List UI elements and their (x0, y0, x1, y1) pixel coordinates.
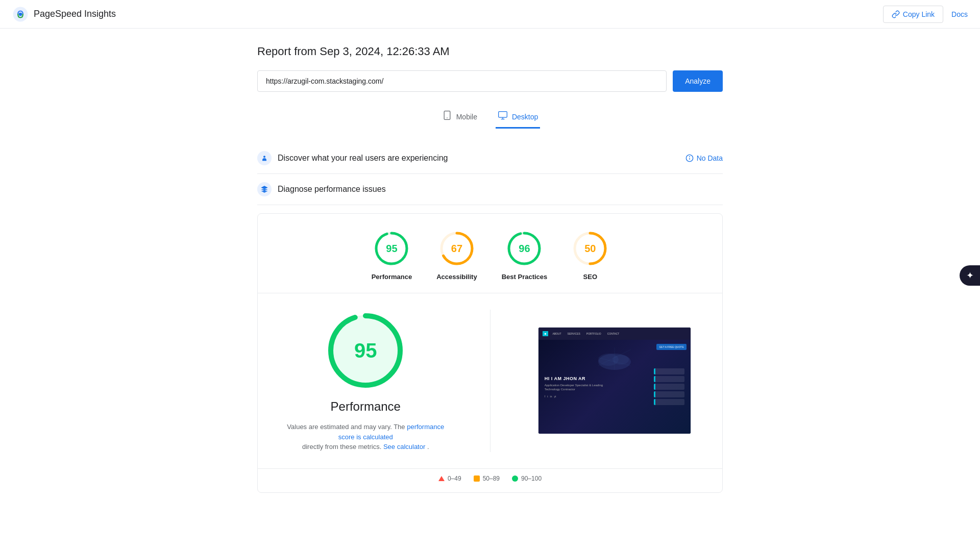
floating-assistant-button[interactable]: ✦ (960, 265, 980, 286)
no-data-button[interactable]: No Data (685, 154, 723, 162)
desktop-icon (498, 110, 508, 123)
screenshot-nav: ■ ABOUT SERVICES PORTFOLIO CONTACT (538, 328, 691, 340)
main-content: Report from Sep 3, 2024, 12:26:33 AM Ana… (245, 29, 735, 509)
note-mid: directly from these metrics. (302, 443, 381, 450)
copy-link-label: Copy Link (903, 10, 935, 18)
score-value-performance: 95 (386, 243, 397, 255)
svg-point-1 (19, 12, 22, 15)
assistant-icon: ✦ (966, 270, 974, 281)
real-users-title: Discover what your real users are experi… (278, 154, 448, 163)
legend-triangle-icon (438, 476, 445, 481)
diagnose-title: Diagnose performance issues (278, 185, 386, 194)
legend-average: 50–89 (474, 475, 500, 482)
score-value-best-practices: 96 (519, 243, 530, 255)
large-score-circle: 95 (325, 310, 406, 391)
screenshot-subtext: Application Developer Specialist & Leadi… (545, 383, 603, 392)
screenshot-body: HI I AM JHON AR Application Developer Sp… (538, 340, 691, 434)
scores-card: 95 Performance 67 Accessibility (257, 213, 723, 493)
calculator-link[interactable]: See calculator (383, 443, 425, 450)
screenshot-nav-item-4: CONTACT (605, 331, 622, 336)
legend-average-range: 50–89 (483, 475, 500, 482)
app-title: PageSpeed Insights (34, 9, 116, 19)
score-circle-seo: 50 (572, 230, 608, 267)
score-circle-best-practices: 96 (506, 230, 543, 267)
tab-mobile[interactable]: Mobile (440, 106, 479, 129)
score-circle-performance: 95 (373, 230, 410, 267)
large-score-right: ■ ABOUT SERVICES PORTFOLIO CONTACT (519, 310, 710, 452)
score-accessibility[interactable]: 67 Accessibility (436, 230, 477, 281)
section-header-left: Discover what your real users are experi… (257, 151, 448, 165)
large-score-section: 95 Performance Values are estimated and … (258, 293, 722, 468)
scores-row: 95 Performance 67 Accessibility (258, 214, 722, 293)
large-score-left: 95 Performance Values are estimated and … (270, 310, 461, 452)
vertical-divider (490, 310, 491, 452)
large-score-value: 95 (354, 339, 377, 362)
score-circle-accessibility: 67 (438, 230, 475, 267)
screenshot-nav-item-2: SERVICES (566, 331, 582, 336)
screenshot-inner: ■ ABOUT SERVICES PORTFOLIO CONTACT (538, 328, 691, 434)
large-score-note: Values are estimated and may vary. The p… (284, 422, 447, 452)
url-bar: Analyze (257, 70, 723, 92)
screenshot-nav-highlight: ■ (543, 331, 549, 336)
sidebar-item-5 (654, 399, 684, 405)
score-value-seo: 50 (584, 243, 596, 255)
screenshot-nav-item-1: ABOUT (550, 331, 563, 336)
no-data-label: No Data (697, 154, 723, 162)
svg-point-7 (263, 156, 265, 158)
score-label-seo: SEO (583, 273, 597, 281)
note-suffix: . (427, 443, 429, 450)
score-label-performance: Performance (372, 273, 412, 281)
legend-row: 0–49 50–89 90–100 (258, 468, 722, 492)
analyze-button[interactable]: Analyze (673, 70, 723, 92)
legend-pass-range: 90–100 (521, 475, 542, 482)
sidebar-item-3 (654, 384, 684, 390)
legend-fail: 0–49 (438, 475, 461, 482)
cloud-graphic (594, 345, 635, 370)
legend-square-icon (474, 475, 480, 482)
real-users-section: Discover what your real users are experi… (257, 143, 723, 174)
screenshot-nav-item-3: PORTFOLIO (584, 331, 603, 336)
svg-point-23 (612, 355, 629, 365)
screenshot-text-area: HI I AM JHON AR Application Developer Sp… (545, 376, 603, 398)
header-right: Copy Link Docs (883, 6, 968, 23)
score-value-accessibility: 67 (451, 243, 462, 255)
large-score-title: Performance (331, 399, 401, 414)
sidebar-item-2 (654, 376, 684, 382)
score-label-accessibility: Accessibility (436, 273, 477, 281)
diagnose-header-left: Diagnose performance issues (257, 182, 386, 196)
tab-desktop[interactable]: Desktop (496, 106, 540, 129)
header: PageSpeed Insights Copy Link Docs (0, 0, 980, 29)
legend-fail-range: 0–49 (448, 475, 461, 482)
score-performance[interactable]: 95 Performance (372, 230, 412, 281)
mobile-icon (442, 110, 452, 123)
link-icon (892, 10, 900, 18)
tab-mobile-label: Mobile (456, 113, 477, 121)
score-best-practices[interactable]: 96 Best Practices (502, 230, 548, 281)
info-icon (685, 154, 694, 162)
score-seo[interactable]: 50 SEO (572, 230, 608, 281)
real-users-icon (257, 151, 272, 165)
legend-dot-icon (512, 475, 518, 482)
screenshot-preview: ■ ABOUT SERVICES PORTFOLIO CONTACT (538, 327, 691, 434)
diagnose-section-header: Diagnose performance issues (257, 174, 723, 205)
diagnose-icon (257, 182, 272, 196)
pagespeed-logo (12, 6, 29, 22)
url-input[interactable] (257, 70, 667, 92)
sidebar-item-1 (654, 368, 684, 374)
svg-rect-4 (499, 112, 507, 118)
screenshot-btn: GET A FREE QUOTE (656, 344, 686, 350)
tab-desktop-label: Desktop (512, 113, 538, 121)
docs-link[interactable]: Docs (951, 10, 968, 18)
screenshot-sidebar (654, 368, 684, 405)
sidebar-item-4 (654, 391, 684, 397)
legend-pass: 90–100 (512, 475, 542, 482)
header-left: PageSpeed Insights (12, 6, 116, 22)
device-tabs: Mobile Desktop (257, 106, 723, 129)
report-title: Report from Sep 3, 2024, 12:26:33 AM (257, 45, 723, 58)
screenshot-heading: HI I AM JHON AR (545, 376, 603, 381)
score-label-best-practices: Best Practices (502, 273, 548, 281)
copy-link-button[interactable]: Copy Link (883, 6, 943, 23)
note-prefix: Values are estimated and may vary. The (287, 423, 405, 431)
